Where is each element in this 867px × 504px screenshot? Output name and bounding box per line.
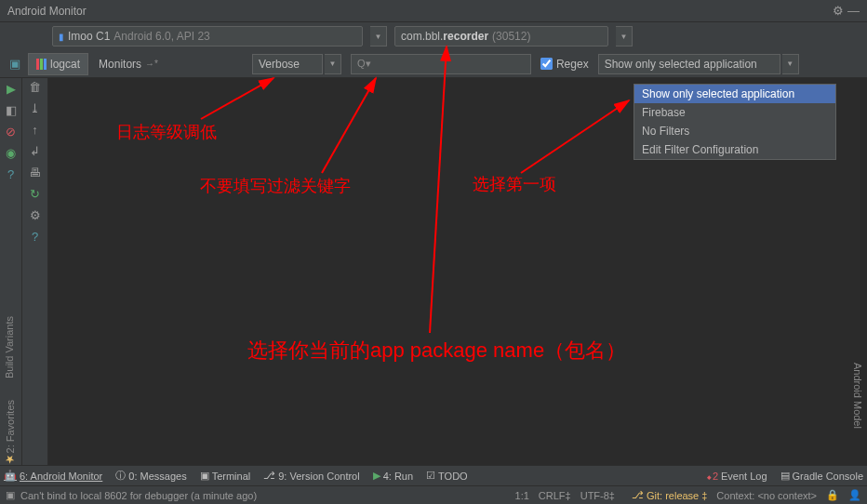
filter-dropdown[interactable]: Show only selected application: [598, 54, 780, 74]
camera-icon[interactable]: ▣: [4, 53, 26, 75]
status-context[interactable]: Context: <no context>: [716, 490, 817, 501]
regex-checkbox[interactable]: Regex: [540, 58, 589, 71]
help2-icon[interactable]: ?: [32, 230, 38, 244]
device-os: Android 6.0, API 23: [113, 30, 209, 43]
tab-android-monitor[interactable]: 🤖6: Android Monitor: [4, 470, 102, 482]
tab-vcs[interactable]: ⎇9: Version Control: [263, 470, 359, 482]
settings-icon[interactable]: ⚙: [30, 208, 41, 222]
globe-icon[interactable]: ◉: [6, 146, 16, 160]
restart-icon[interactable]: ↻: [30, 187, 40, 201]
play-icon: ▶: [373, 470, 380, 482]
panel-title-bar: Android Monitor ⚙ —: [0, 0, 867, 22]
log-level-arrow[interactable]: ▼: [325, 54, 341, 74]
up-icon[interactable]: ↑: [32, 123, 38, 137]
side-tab-android-model[interactable]: Android Model: [852, 363, 863, 429]
side-tab-favorites[interactable]: ★2: Favorites: [4, 400, 17, 466]
filter-option-no-filters[interactable]: No Filters: [634, 122, 835, 140]
tab-gradle-console[interactable]: ▤Gradle Console: [780, 470, 863, 482]
tab-run[interactable]: ▶4: Run: [373, 470, 413, 482]
branch-icon: ⎇: [632, 489, 644, 501]
gear-icon[interactable]: ⚙: [833, 4, 844, 18]
process-dropdown[interactable]: com.bbl.recorder (30512): [394, 26, 608, 46]
status-message: Can't bind to local 8602 for debugger (a…: [20, 490, 257, 501]
tab-event-log[interactable]: ⬥2Event Log: [706, 471, 767, 482]
inner-left-gutter: 🗑 ⤓ ↑ ↲ 🖶 ↻ ⚙ ?: [22, 78, 48, 480]
status-pos[interactable]: 1:1: [515, 490, 529, 501]
layout-icon[interactable]: ◧: [6, 103, 17, 117]
status-window-icon[interactable]: ▣: [6, 489, 15, 501]
tab-todo[interactable]: ☑TODO: [426, 470, 468, 482]
status-man-icon[interactable]: 👤: [848, 489, 861, 501]
panel-title: Android Monitor: [7, 5, 87, 18]
device-name: Imoo C1: [68, 30, 110, 43]
status-lineend[interactable]: CRLF‡: [539, 490, 571, 501]
logcat-toolbar: ▣ logcat Monitors →* Verbose ▼ Q▾ Regex …: [0, 50, 867, 78]
device-dropdown-arrow[interactable]: ▼: [370, 26, 387, 46]
gradle-icon: ▤: [780, 470, 790, 482]
run-icon[interactable]: ▶: [7, 82, 16, 96]
filter-dropdown-arrow[interactable]: ▼: [782, 54, 799, 74]
todo-icon: ☑: [426, 470, 435, 482]
tab-logcat[interactable]: logcat: [28, 53, 88, 75]
event-icon: ⬥2: [706, 471, 718, 482]
vcs-icon: ⎇: [263, 470, 275, 482]
filter-dropdown-menu: Show only selected application Firebase …: [634, 84, 836, 160]
terminal-icon: ▣: [200, 470, 209, 482]
filter-option-edit[interactable]: Edit Filter Configuration: [634, 140, 835, 159]
device-dropdown[interactable]: ▮ Imoo C1 Android 6.0, API 23: [52, 26, 363, 46]
status-bar: ▣ Can't bind to local 8602 for debugger …: [0, 485, 867, 504]
help-icon[interactable]: ?: [7, 167, 14, 181]
tab-messages[interactable]: ⓘ0: Messages: [115, 469, 186, 483]
process-pkg-prefix: com.bbl.: [401, 30, 443, 43]
scroll-end-icon[interactable]: ⤓: [30, 101, 40, 115]
tab-monitors[interactable]: Monitors →*: [90, 53, 167, 75]
filter-option-firebase[interactable]: Firebase: [634, 103, 835, 122]
android-icon: 🤖: [4, 470, 17, 482]
bottom-tabs: 🤖6: Android Monitor ⓘ0: Messages ▣Termin…: [0, 465, 867, 485]
search-icon: Q▾: [357, 58, 371, 70]
trash-icon[interactable]: 🗑: [29, 80, 41, 94]
soft-wrap-icon[interactable]: ↲: [30, 144, 40, 158]
process-dropdown-arrow[interactable]: ▼: [616, 26, 633, 46]
logcat-icon: [36, 59, 47, 70]
side-tab-build-variants[interactable]: Build Variants: [4, 316, 15, 378]
status-git[interactable]: ⎇Git: release‡: [632, 489, 707, 501]
hide-icon[interactable]: —: [847, 4, 860, 18]
status-encoding[interactable]: UTF-8‡: [580, 490, 615, 501]
device-process-row: ▮ Imoo C1 Android 6.0, API 23 ▼ com.bbl.…: [0, 22, 867, 50]
process-pid: (30512): [492, 30, 530, 43]
stop-icon[interactable]: ⊘: [6, 125, 16, 139]
filter-option-selected-app[interactable]: Show only selected application: [634, 85, 835, 103]
search-input[interactable]: Q▾: [351, 54, 531, 74]
tab-terminal[interactable]: ▣Terminal: [200, 470, 251, 482]
regex-checkbox-input[interactable]: [540, 58, 553, 70]
log-level-dropdown[interactable]: Verbose: [252, 54, 323, 74]
process-pkg-name: recorder: [443, 30, 488, 43]
restore-icon: →*: [145, 59, 158, 69]
print-icon[interactable]: 🖶: [29, 166, 41, 179]
phone-icon: ▮: [59, 32, 64, 42]
messages-icon: ⓘ: [115, 469, 126, 483]
status-lock-icon[interactable]: 🔒: [826, 489, 839, 501]
